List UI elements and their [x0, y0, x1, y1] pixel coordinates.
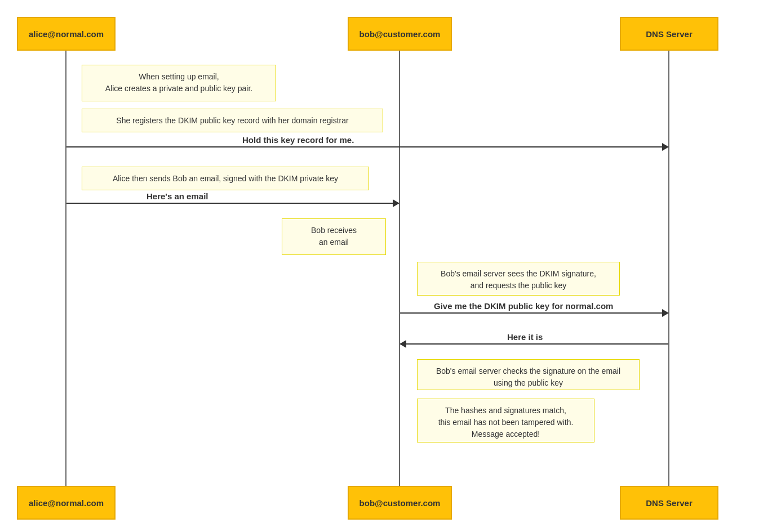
actor-dns-top-label: DNS Server — [646, 29, 693, 39]
arrow-give-dkim — [400, 312, 668, 314]
actor-bob-bottom-label: bob@customer.com — [359, 498, 441, 508]
lifeline-dns — [668, 51, 669, 486]
actor-alice-top-label: alice@normal.com — [29, 29, 104, 39]
actor-dns-top: DNS Server — [620, 17, 718, 51]
arrow-give-dkim-label: Give me the DKIM public key for normal.c… — [434, 301, 613, 311]
note-bob-sees-dkim: Bob's email server sees the DKIM signatu… — [417, 262, 620, 296]
actor-dns-bottom-label: DNS Server — [646, 498, 693, 508]
sequence-diagram: alice@normal.com bob@customer.com DNS Se… — [0, 0, 759, 532]
arrow-here-it-is — [400, 343, 668, 345]
actor-alice-bottom-label: alice@normal.com — [29, 498, 104, 508]
note-bob-sees-dkim-text: Bob's email server sees the DKIM signatu… — [441, 269, 596, 290]
note-alice-sends-text: Alice then sends Bob an email, signed wi… — [113, 174, 338, 183]
note-setup-email: When setting up email,Alice creates a pr… — [82, 65, 276, 101]
arrow-hold-key-label: Hold this key record for me. — [242, 135, 354, 145]
actor-dns-bottom: DNS Server — [620, 486, 718, 520]
actor-bob-top-label: bob@customer.com — [359, 29, 441, 39]
arrow-here-it-is-label: Here it is — [507, 332, 543, 342]
note-hashes-match: The hashes and signatures match,this ema… — [417, 399, 594, 442]
note-check-signature: Bob's email server checks the signature … — [417, 359, 640, 390]
note-dkim-register: She registers the DKIM public key record… — [82, 109, 383, 132]
lifeline-bob — [399, 51, 400, 486]
arrow-hold-key — [66, 146, 668, 147]
note-check-signature-text: Bob's email server checks the signature … — [436, 366, 620, 387]
note-setup-email-text: When setting up email,Alice creates a pr… — [105, 72, 252, 93]
note-bob-receives-text: Bob receivesan email — [311, 226, 357, 247]
note-bob-receives: Bob receivesan email — [282, 218, 386, 255]
actor-bob-top: bob@customer.com — [348, 17, 452, 51]
lifeline-alice — [65, 51, 66, 486]
actor-alice-bottom: alice@normal.com — [17, 486, 116, 520]
arrow-email — [66, 203, 399, 204]
actor-bob-bottom: bob@customer.com — [348, 486, 452, 520]
note-alice-sends: Alice then sends Bob an email, signed wi… — [82, 167, 369, 190]
actor-alice-top: alice@normal.com — [17, 17, 116, 51]
arrow-email-label: Here's an email — [147, 191, 208, 201]
note-dkim-register-text: She registers the DKIM public key record… — [116, 116, 348, 125]
note-hashes-match-text: The hashes and signatures match,this ema… — [438, 406, 574, 439]
